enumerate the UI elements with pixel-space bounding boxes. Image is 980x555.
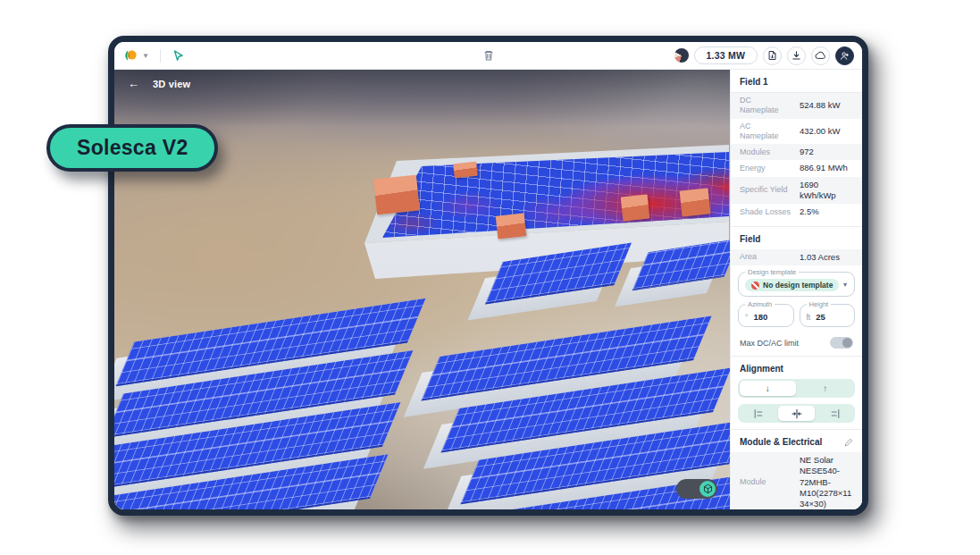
stat-label: DC Nameplate <box>740 96 792 116</box>
stat-label: Specific Yield <box>740 185 792 195</box>
alignment-title: Alignment <box>731 357 862 379</box>
align-right-button[interactable] <box>817 406 853 421</box>
cursor-select-icon[interactable] <box>172 49 184 62</box>
stat-row: Module NE Solar NESE540-72MHB-M10(2278×1… <box>731 452 862 509</box>
design-template-select[interactable]: Design template No design template ▾ <box>738 272 855 297</box>
vertical-align-control: ↓ ↑ <box>738 379 855 398</box>
capacity-badge[interactable]: 1.33 MW <box>694 46 758 64</box>
stat-value: 432.00 kW <box>792 126 855 137</box>
stat-label: Area <box>740 252 792 262</box>
height-field[interactable]: Height ft25 <box>800 304 856 327</box>
stat-row: DC Nameplate 524.88 kW <box>731 93 862 119</box>
max-dcac-toggle[interactable] <box>830 337 853 349</box>
report-file-icon[interactable] <box>763 46 782 65</box>
field1-title: Field 1 <box>731 70 862 92</box>
stat-label: Energy <box>740 164 792 173</box>
obstruction-box <box>621 195 650 222</box>
align-down-button[interactable]: ↓ <box>740 381 796 396</box>
badge-label: Solesca V2 <box>77 136 188 160</box>
azimuth-label: Azimuth <box>745 300 775 308</box>
height-unit: ft <box>807 313 811 322</box>
obstruction-box <box>680 188 711 216</box>
azimuth-value: 180 <box>753 312 767 322</box>
back-button[interactable]: ← <box>128 78 139 89</box>
stat-value: 1.03 Acres <box>792 252 855 263</box>
cloud-icon[interactable] <box>811 46 830 65</box>
download-icon[interactable] <box>787 46 806 65</box>
stat-value: 524.88 kW <box>792 100 855 111</box>
module-electrical-title: Module & Electrical <box>740 437 822 447</box>
stat-label: Shade Losses <box>740 207 792 217</box>
stat-value: 1690 kWh/kWp <box>792 180 855 202</box>
view-title: 3D view <box>153 79 190 89</box>
stat-row: Energy 886.91 MWh <box>731 160 862 176</box>
obstruction-box <box>373 175 420 215</box>
azimuth-unit: ° <box>745 313 748 322</box>
stat-row: AC Nameplate 432.00 kW <box>731 119 862 145</box>
chevron-down-icon: ▾ <box>843 281 847 289</box>
no-template-icon <box>751 282 759 290</box>
chevron-down-icon[interactable]: ▼ <box>142 52 149 60</box>
stat-label: Module <box>740 477 792 487</box>
solesca-logo[interactable] <box>122 48 138 63</box>
stat-value: 972 <box>792 147 855 157</box>
properties-sidebar: Field 1 DC Nameplate 524.88 kW AC Namepl… <box>730 70 862 509</box>
app-window: ▼ 1.33 MW <box>108 36 868 516</box>
trash-icon[interactable] <box>482 49 494 62</box>
height-value: 25 <box>816 312 825 322</box>
height-label: Height <box>807 300 832 308</box>
edit-pencil-icon[interactable] <box>844 438 853 447</box>
align-up-button[interactable]: ↑ <box>798 381 854 396</box>
obstruction-box <box>496 213 527 239</box>
stat-row: Shade Losses 2.5% <box>731 204 862 220</box>
azimuth-field[interactable]: Azimuth °180 <box>738 304 794 327</box>
stat-row: Modules 972 <box>731 144 862 160</box>
stat-row: Area 1.03 Acres <box>731 249 862 265</box>
3d-cube-icon <box>699 481 716 497</box>
3d-view-toggle[interactable] <box>676 479 717 499</box>
design-template-value: No design template <box>763 281 833 290</box>
solesca-version-badge: Solesca V2 <box>46 124 218 172</box>
user-avatar[interactable] <box>674 48 689 63</box>
align-center-button[interactable] <box>778 406 815 421</box>
toggle-knob <box>842 338 852 348</box>
stat-value: 2.5% <box>792 206 855 217</box>
design-template-chip: No design template <box>745 279 839 291</box>
top-toolbar: ▼ 1.33 MW <box>114 42 862 70</box>
stat-row: Specific Yield 1690 kWh/kWp <box>731 177 862 205</box>
stat-value: NE Solar NESE540-72MHB-M10(2278×1134×30) <box>792 455 855 509</box>
stat-label: Modules <box>740 147 792 157</box>
share-user-icon[interactable] <box>835 46 854 65</box>
align-left-button[interactable] <box>740 406 776 421</box>
obstruction-box <box>453 162 478 179</box>
stage: ▼ 1.33 MW <box>0 0 980 555</box>
max-dcac-label: Max DC/AC limit <box>740 339 799 348</box>
stat-value: 886.91 MWh <box>792 163 855 173</box>
horizontal-align-control <box>738 404 855 423</box>
stat-label: AC Nameplate <box>740 122 792 142</box>
toolbar-divider <box>160 49 161 63</box>
field-title: Field <box>731 227 862 249</box>
design-template-label: Design template <box>745 268 799 276</box>
header-shade <box>114 70 730 127</box>
